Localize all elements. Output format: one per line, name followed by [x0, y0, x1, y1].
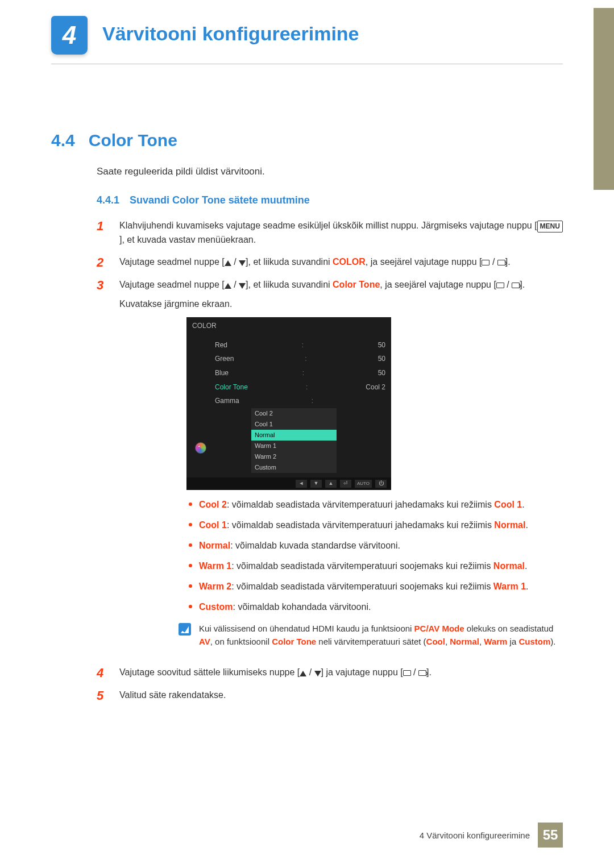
down-arrow-icon [239, 283, 246, 289]
osd-title: COLOR [186, 317, 391, 335]
osd-option: Custom [251, 462, 337, 473]
chapter-title: Värvitooni konfigureerimine [102, 23, 359, 45]
keyword: Cool 1 [494, 500, 522, 509]
text: , ja seejärel vajutage nuppu [ [366, 257, 482, 267]
text: : võimaldab kohandada värvitooni. [233, 602, 371, 612]
osd-row-color-tone: Color Tone:Cool 2 [215, 380, 385, 394]
text: : võimaldab seadistada värvitemperatuuri… [231, 582, 493, 591]
section-intro: Saate reguleerida pildi üldist värvitoon… [97, 166, 563, 177]
step-3: 3 Vajutage seadmel nuppe [ / ], et liiku… [97, 278, 563, 658]
text: Kuvatakse järgmine ekraan. [119, 297, 563, 312]
bullet-item: Cool 1: võimaldab seadistada värvitemper… [189, 518, 563, 532]
text: olekuks on seadistatud [464, 624, 554, 633]
text: neli värvitemperatuuri sätet ( [316, 637, 426, 646]
text: , ja seejärel vajutage nuppu [ [380, 280, 496, 289]
osd-value: 50 [378, 354, 385, 364]
bullet-text: Normal: võimaldab kuvada standardse värv… [199, 539, 400, 553]
osd-option: Cool 2 [251, 408, 337, 419]
bullet-item: Normal: võimaldab kuvada standardse värv… [189, 539, 563, 553]
bullet-item: Cool 2: võimaldab seadistada värvitemper… [189, 498, 563, 512]
text: Vajutage seadmel nuppe [ [119, 257, 225, 267]
osd-value: Cool 2 [366, 382, 385, 393]
keyword: Warm [484, 637, 507, 646]
keyword: Normal [450, 637, 479, 646]
chapter-header: 4 Värvitooni konfigureerimine [51, 17, 563, 63]
osd-screenshot: COLOR Red:50 Green:50 Blue:50 Color Tone… [186, 317, 391, 490]
step-number: 1 [97, 219, 109, 247]
text: ja [507, 637, 518, 646]
osd-up-icon: ▲ [325, 480, 337, 488]
bullet-item: Warm 1: võimaldab seadistada värvitemper… [189, 559, 563, 573]
subsection-heading: 4.4.1 Suvandi Color Tone sätete muutmine [97, 194, 563, 206]
step-4: 4 Vajutage soovitud sättele liikumiseks … [97, 666, 563, 680]
subsection-title: Suvandi Color Tone sätete muutmine [130, 194, 310, 206]
text: : võimaldab kuvada standardse värvitooni… [230, 541, 400, 550]
keyword: Warm 2 [199, 582, 231, 591]
text: ]. [426, 667, 432, 677]
bullet-text: Cool 2: võimaldab seadistada värvitemper… [199, 498, 525, 512]
osd-option: Warm 2 [251, 451, 337, 462]
bullet-dot-icon [189, 584, 192, 588]
text: ] ja vajutage nuppu [ [321, 667, 403, 677]
osd-value: 50 [378, 340, 385, 351]
osd-option-selected: Normal [251, 430, 337, 441]
keyword: COLOR [333, 257, 366, 267]
keyword: Color Tone [272, 637, 316, 646]
keyword: AV [199, 637, 210, 646]
text: ], et liikuda suvandini [246, 280, 333, 289]
osd-auto-label: AUTO [355, 480, 372, 488]
osd-down-icon: ▼ [310, 480, 322, 488]
bullet-dot-icon [189, 523, 192, 526]
keyword: Warm 1 [493, 582, 526, 591]
step-number: 4 [97, 666, 109, 680]
keyword: Warm 1 [199, 561, 231, 571]
page-number: 55 [538, 823, 563, 848]
side-tab-decoration [594, 8, 614, 190]
osd-value: 50 [378, 368, 385, 379]
text: . [525, 561, 527, 571]
text: . [526, 582, 528, 591]
step-2: 2 Vajutage seadmel nuppe [ / ], et liiku… [97, 255, 563, 270]
note-icon [179, 623, 191, 636]
step-text: Vajutage seadmel nuppe [ / ], et liikuda… [119, 255, 563, 270]
text: . [522, 500, 524, 509]
osd-enter-icon: ⏎ [340, 480, 351, 488]
note-box: Kui välissisend on ühendatud HDMI kaudu … [179, 622, 563, 649]
step-1: 1 Klahvijuhendi kuvamiseks vajutage sead… [97, 219, 563, 247]
up-arrow-icon [225, 260, 231, 266]
keyword: Cool 2 [199, 500, 227, 509]
osd-dropdown: Cool 2 Cool 1 Normal Warm 1 Warm 2 Custo… [251, 408, 337, 473]
step-text: Klahvijuhendi kuvamiseks vajutage seadme… [119, 219, 563, 247]
bullet-dot-icon [189, 564, 192, 567]
text: ], et liikuda suvandini [246, 257, 333, 267]
text: Vajutage soovitud sättele liikumiseks nu… [119, 667, 300, 677]
bullet-text: Warm 1: võimaldab seadistada värvitemper… [199, 559, 527, 573]
osd-list: Red:50 Green:50 Blue:50 Color Tone:Cool … [215, 338, 385, 473]
text: ], et kuvada vastav menüüekraan. [119, 235, 256, 244]
up-arrow-icon [225, 283, 231, 289]
bullet-item: Custom: võimaldab kohandada värvitooni. [189, 600, 563, 614]
bullet-dot-icon [189, 605, 192, 608]
text: . [525, 520, 528, 530]
osd-row-gamma: Gamma: [215, 394, 385, 408]
bullet-text: Warm 2: võimaldab seadistada värvitemper… [199, 580, 529, 593]
text: : võimaldab seadistada värvitemperatuuri… [231, 561, 493, 571]
up-arrow-icon [300, 671, 306, 676]
bullet-dot-icon [189, 502, 192, 506]
section-number: 4.4 [51, 131, 75, 150]
down-arrow-icon [314, 671, 321, 676]
footer-text: 4 Värvitooni konfigureerimine [420, 830, 530, 840]
osd-label: Green [215, 354, 234, 364]
osd-row-blue: Blue:50 [215, 366, 385, 380]
section-heading-row: 4.4 Color Tone [51, 131, 563, 150]
source-icon [403, 670, 411, 676]
osd-option: Cool 1 [251, 419, 337, 430]
step-number: 5 [97, 688, 109, 703]
page-footer: 4 Värvitooni konfigureerimine 55 [420, 823, 563, 848]
text: Klahvijuhendi kuvamiseks vajutage seadme… [119, 221, 537, 230]
osd-back-icon: ◄ [296, 480, 307, 488]
enter-icon [497, 260, 505, 265]
note-text: Kui välissisend on ühendatud HDMI kaudu … [199, 622, 563, 649]
keyword: Color Tone [333, 280, 380, 289]
osd-label: Red [215, 340, 227, 351]
